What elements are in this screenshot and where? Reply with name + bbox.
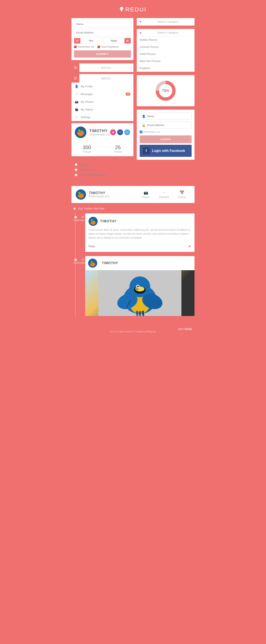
login-name-wrap: 👤 [140,112,192,120]
wide-avatar [76,189,86,200]
svg-rect-12 [127,41,128,42]
footer: UI Kit. All rights reserved | Template b… [66,328,200,335]
stepper-nops-plus[interactable] [124,38,131,44]
events-action-icon: 📅 [178,190,186,195]
app-title: REDUI [125,6,147,13]
email-input[interactable] [74,29,131,36]
save-password-label[interactable]: Save Password [97,45,118,48]
svg-rect-4 [76,41,77,42]
profile-email: tim@example.com [89,133,110,136]
photos-stat: 25 Photos [102,142,133,156]
menu-item-videos[interactable]: 🎬 My Videos [71,106,133,113]
menu-bar-1[interactable]: ☰ MENU [71,64,133,72]
donut-label: 75% [162,88,169,93]
wide-action-photos[interactable]: 📷 Photos [142,190,150,199]
main-layout: Yes Nops Remember me Save Password [66,18,200,186]
stepper-yes: Yes [74,38,102,44]
dropdown-arrow-up [139,32,142,34]
login-email-input[interactable] [147,122,189,128]
dropdown-item-mobile[interactable]: Mobile Phones [137,36,195,44]
reply-send-1[interactable]: ➤ [188,244,191,248]
menu-item-label-profile: My Profile [81,85,131,88]
menu-list: 👤 My Profile ✉ Messages 10 📷 My Photos 🎬… [71,82,133,121]
svg-rect-3 [76,40,77,40]
wide-profile-section: TIMOTHY lim@example.com 📷 Photos ··· Pay… [71,186,195,203]
timeline-start-text: Your Timeline Start Now [78,207,104,210]
menu-title-2: MENU [79,75,133,82]
wide-profile-info: TIMOTHY lim@example.com [76,189,133,200]
timeline-name-1: TIMOTHY [100,220,117,223]
stepper-yes-minus[interactable] [74,38,80,44]
dropdown-arrow-down [139,21,142,23]
svg-point-0 [120,7,123,10]
dropdown-item-gsm[interactable]: GSM Phones [137,50,195,58]
dribbble-button[interactable]: ⊛ [110,130,116,135]
timeline-image-card: TIMOTHY [85,256,195,316]
wide-action-events[interactable]: 📅 Events [178,190,186,199]
bulb-icon [119,7,124,12]
timeline-item-1: 30September TIMOTHY [86,214,195,252]
svg-point-34 [91,220,92,220]
videos-icon: 🎬 [74,108,79,111]
messages-badge: 10 [126,92,130,96]
menu-bar-2[interactable]: ☰ MENU [71,74,133,82]
timeline-section: Your Timeline Start Now 30September [66,207,200,328]
hamburger-icon-1[interactable]: ☰ [71,64,79,72]
lock-icon: 🔒 [142,124,145,127]
dropdown-item-multisim[interactable]: Multi Sim Phones [137,58,195,65]
svg-point-40 [91,261,91,262]
wide-action-payment[interactable]: ··· Payment [159,190,169,199]
photos-count: 25 [105,144,130,150]
dropdown-header-open[interactable]: Select a category [137,29,195,36]
user-icon: 👤 [142,114,145,118]
svg-point-56 [136,311,144,314]
stepper-row: Yes Nops [74,38,131,44]
footer-copyright: UI Kit. All rights reserved | Template b… [110,330,156,333]
payment-action-icon: ··· [159,190,169,195]
reply-input-1[interactable] [88,245,188,248]
dropdown-label-closed: Select a category [144,20,192,23]
menu-item-settings[interactable]: ⚙ Settings [71,113,133,121]
login-remember-checkbox[interactable] [140,131,142,133]
menu-item-label-videos: My Videos [81,108,131,111]
facebook-button[interactable]: f [117,130,123,135]
checkboxes-row: Remember me Save Password [74,45,131,48]
svg-rect-2 [121,11,122,12]
remember-me-checkbox[interactable] [74,46,77,48]
dropdown-collapsed[interactable]: Select a category [137,18,195,26]
twitter-button[interactable]: t [124,130,130,135]
settings-icon: ⚙ [74,116,79,119]
dropdown-header-closed[interactable]: Select a category [137,18,195,26]
login-section: 👤 🔒 Remember me LOGIN f Login with Faceb… [137,110,195,160]
stepper-yes-val: Yes [80,38,101,44]
profile-top: TIMOTHY tim@example.com ⊛ f t [71,123,133,142]
go-template-button[interactable]: 前往下载模板 [176,326,195,332]
save-password-checkbox[interactable] [97,46,100,48]
hamburger-icon-2[interactable]: ☰ [71,74,79,82]
login-name-input[interactable] [147,113,189,120]
skills-section: Design Development Content Management [71,160,133,182]
col-left: Yes Nops Remember me Save Password [71,18,133,182]
wide-profile-text: TIMOTHY lim@example.com [89,191,109,198]
facebook-login-button[interactable]: f Login with Facebook [140,145,192,157]
menu-item-profile[interactable]: 👤 My Profile [71,82,133,90]
donut-chart: 75% [154,79,177,102]
svg-rect-1 [121,10,122,11]
login-button[interactable]: LOGIN [140,136,192,143]
menu-item-messages[interactable]: ✉ Messages 10 [71,90,133,98]
timeline-dot-2 [74,258,77,261]
skill-development: Development [75,168,130,171]
remember-me-label[interactable]: Remember me [74,45,94,48]
header-logo: REDUI [119,6,147,13]
facebook-login-icon: f [143,148,150,154]
profile-icon: 👤 [74,85,79,88]
wide-profile-email: lim@example.com [89,195,109,198]
menu-item-photos[interactable]: 📷 My Photos [71,98,133,106]
dropdown-item-phablets[interactable]: Phablets [137,65,195,72]
profile-info: TIMOTHY tim@example.com [89,129,110,136]
submit-button[interactable]: SUBMIT [74,50,131,58]
menu-section-2: ☰ MENU 👤 My Profile ✉ Messages 10 📷 My P… [71,74,133,121]
name-input[interactable] [74,20,131,28]
dropdown-item-android[interactable]: Android Phones [137,44,195,50]
form-section: Yes Nops Remember me Save Password [71,18,133,60]
